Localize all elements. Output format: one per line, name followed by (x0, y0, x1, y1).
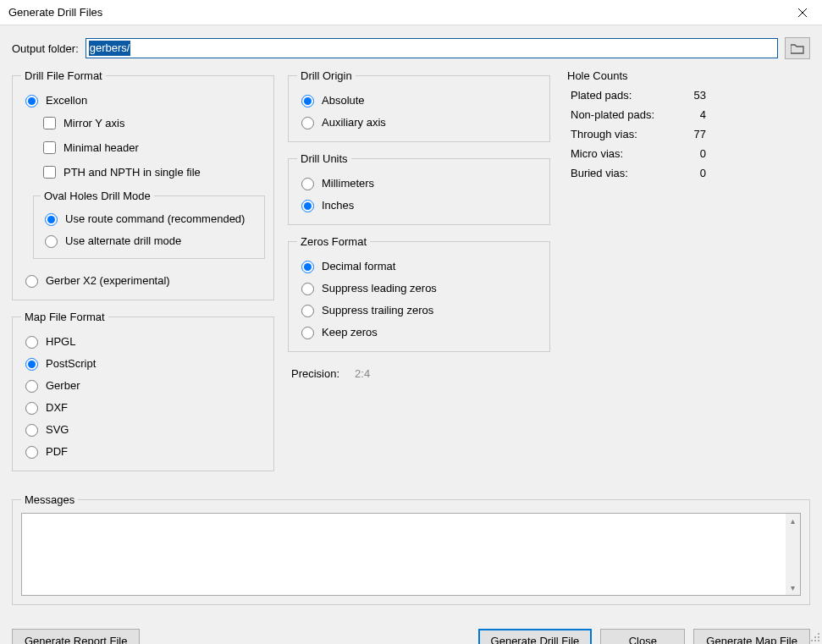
svg-label[interactable]: SVG (46, 423, 69, 436)
minimal-header-label[interactable]: Minimal header (63, 141, 139, 154)
buttons-right: Generate Drill File Close Generate Map F… (478, 629, 810, 644)
output-folder-input[interactable]: gerbers/ (86, 38, 778, 58)
browse-folder-button[interactable] (785, 37, 810, 59)
drill-file-format-group: Drill File Format Excellon Mirror Y axis… (12, 69, 274, 300)
auxiliary-label[interactable]: Auxiliary axis (322, 116, 386, 129)
decimal-label[interactable]: Decimal format (322, 260, 395, 272)
oval-route-row: Use route command (recommended) (41, 207, 257, 229)
excellon-radio[interactable] (25, 95, 38, 107)
gerber-x2-label[interactable]: Gerber X2 (experimental) (46, 274, 170, 287)
non-plated-pads-value: 4 (681, 108, 706, 121)
mm-radio[interactable] (301, 178, 314, 190)
button-bar: Generate Report File Generate Drill File… (12, 629, 810, 644)
micro-vias-label: Micro vias: (571, 147, 681, 160)
inches-label[interactable]: Inches (322, 199, 354, 212)
client-area: Output folder: gerbers/ Drill File Forma… (0, 25, 822, 644)
resize-grip-icon (808, 630, 820, 642)
precision-row: Precision: 2:4 (288, 362, 550, 385)
scroll-down-icon: ▾ (786, 581, 800, 595)
postscript-radio[interactable] (25, 358, 38, 371)
column-left: Drill File Format Excellon Mirror Y axis… (12, 69, 274, 482)
oval-holes-legend: Oval Holes Drill Mode (41, 190, 154, 202)
oval-alt-label[interactable]: Use alternate drill mode (65, 234, 181, 247)
map-file-format-group: Map File Format HPGL PostScript Gerber D… (12, 311, 274, 471)
drill-units-group: Drill Units Millimeters Inches (288, 152, 550, 225)
hpgl-label[interactable]: HPGL (46, 335, 75, 348)
column-right: Hole Counts Plated pads: 53 Non-plated p… (564, 69, 810, 482)
oval-alt-row: Use alternate drill mode (41, 229, 257, 251)
drill-file-format-legend: Drill File Format (21, 69, 106, 82)
oval-route-label[interactable]: Use route command (recommended) (65, 212, 245, 225)
buried-vias-value: 0 (681, 167, 706, 179)
column-middle: Drill Origin Absolute Auxiliary axis Dri… (288, 69, 550, 482)
map-file-format-legend: Map File Format (21, 311, 108, 323)
svg-point-7 (818, 640, 819, 641)
suppress-leading-label[interactable]: Suppress leading zeros (322, 282, 437, 294)
suppress-trailing-radio[interactable] (301, 305, 314, 317)
pdf-radio[interactable] (25, 446, 38, 459)
dxf-label[interactable]: DXF (46, 401, 68, 414)
auxiliary-radio[interactable] (301, 117, 314, 129)
gerber-map-radio[interactable] (25, 380, 38, 393)
zeros-format-legend: Zeros Format (297, 235, 370, 248)
hole-counts-legend: Hole Counts (567, 69, 628, 82)
buried-vias-label: Buried vias: (571, 167, 681, 179)
suppress-trailing-label[interactable]: Suppress trailing zeros (322, 304, 433, 316)
output-folder-value: gerbers/ (89, 41, 131, 56)
buried-vias-row: Buried vias: 0 (571, 163, 807, 183)
svg-point-3 (814, 636, 816, 638)
folder-icon (791, 43, 804, 54)
keep-zeros-label[interactable]: Keep zeros (322, 326, 378, 339)
close-window-button[interactable] (783, 0, 822, 25)
close-button[interactable]: Close (600, 629, 685, 644)
excellon-label[interactable]: Excellon (46, 94, 87, 107)
oval-alt-radio[interactable] (45, 235, 58, 248)
decimal-radio[interactable] (301, 261, 314, 273)
generate-map-button[interactable]: Generate Map File (693, 629, 810, 644)
mm-label[interactable]: Millimeters (322, 177, 374, 190)
generate-report-button[interactable]: Generate Report File (12, 629, 140, 644)
through-vias-row: Through vias: 77 (571, 124, 807, 144)
non-plated-pads-label: Non-plated pads: (571, 108, 681, 121)
svg-point-2 (818, 633, 819, 635)
messages-legend: Messages (21, 493, 78, 506)
suppress-leading-radio[interactable] (301, 283, 314, 295)
svg-point-5 (811, 640, 813, 641)
excellon-radio-row: Excellon (21, 89, 265, 111)
dxf-radio[interactable] (25, 402, 38, 415)
zeros-format-group: Zeros Format Decimal format Suppress lea… (288, 235, 550, 352)
inches-radio[interactable] (301, 200, 314, 212)
micro-vias-row: Micro vias: 0 (571, 144, 807, 163)
gerber-map-label[interactable]: Gerber (46, 379, 80, 392)
messages-group: Messages ▴ ▾ (12, 493, 810, 605)
absolute-radio[interactable] (301, 95, 314, 107)
hpgl-radio[interactable] (25, 336, 38, 349)
pth-single-checkbox[interactable] (43, 166, 56, 179)
oval-route-radio[interactable] (45, 213, 58, 226)
window-title: Generate Drill Files (8, 6, 102, 19)
pdf-label[interactable]: PDF (46, 445, 68, 458)
through-vias-label: Through vias: (571, 128, 681, 140)
svg-point-4 (818, 636, 819, 638)
postscript-label[interactable]: PostScript (46, 357, 96, 370)
gerber-x2-radio[interactable] (25, 275, 38, 288)
micro-vias-value: 0 (681, 147, 706, 160)
gerber-x2-row: Gerber X2 (experimental) (21, 269, 265, 291)
absolute-label[interactable]: Absolute (322, 94, 365, 107)
mirror-y-checkbox[interactable] (43, 117, 56, 129)
mirror-y-row: Mirror Y axis (40, 111, 265, 135)
generate-drill-button[interactable]: Generate Drill File (478, 629, 593, 644)
mirror-y-label[interactable]: Mirror Y axis (63, 117, 124, 129)
pth-single-label[interactable]: PTH and NPTH in single file (63, 166, 201, 179)
keep-zeros-radio[interactable] (301, 327, 314, 339)
messages-scrollbar[interactable]: ▴ ▾ (786, 514, 800, 595)
precision-label: Precision: (291, 367, 339, 380)
svg-radio[interactable] (25, 424, 38, 437)
hole-counts-group: Hole Counts Plated pads: 53 Non-plated p… (564, 69, 810, 183)
minimal-header-checkbox[interactable] (43, 141, 56, 154)
close-icon (797, 8, 808, 18)
drill-units-legend: Drill Units (297, 152, 351, 165)
drill-origin-legend: Drill Origin (297, 69, 356, 82)
messages-textarea[interactable]: ▴ ▾ (21, 513, 801, 596)
plated-pads-label: Plated pads: (571, 89, 681, 102)
